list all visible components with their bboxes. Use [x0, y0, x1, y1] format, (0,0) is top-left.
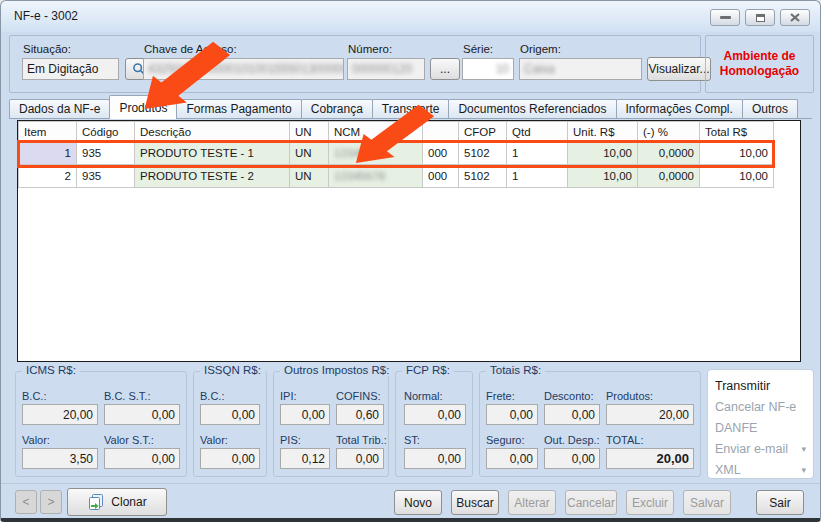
- minimize-icon: [720, 16, 731, 19]
- origem-field: Caixa: [519, 58, 642, 80]
- tab-produtos[interactable]: Produtos: [109, 95, 177, 119]
- cofins-field: 0,60: [336, 404, 384, 425]
- numero-field: 000000120: [347, 58, 425, 80]
- novo-button[interactable]: Novo: [394, 490, 442, 515]
- pis-field: 0,12: [280, 448, 330, 469]
- enviar-email-button: Enviar e-mail ▾: [708, 438, 813, 459]
- nfe-window: NF-e - 3002 Situação: Em Digitação Chave…: [0, 0, 821, 522]
- icms-bc-st-field: 0,00: [104, 404, 180, 425]
- desconto-field: 0,00: [544, 404, 600, 425]
- issqn-bc-field: 0,00: [200, 404, 260, 425]
- xml-button: XML ▾: [708, 459, 813, 480]
- issqn-group: ISSQN R$: B.C.: 0,00 Valor: 0,00: [193, 371, 267, 477]
- icms-group: ICMS R$: B.C.: 20,00 B.C. S.T.: 0,00 Val…: [15, 371, 187, 477]
- tab-dados-da-nfe[interactable]: Dados da NF-e: [9, 99, 110, 118]
- ipi-field: 0,00: [280, 404, 330, 425]
- table-row[interactable]: 1 935 PRODUTO TESTE - 1 UN 12345670 000 …: [19, 142, 774, 165]
- footer-divider: [1, 483, 820, 484]
- clonar-button[interactable]: Clonar: [67, 488, 167, 516]
- col-item[interactable]: Item: [19, 122, 77, 142]
- icms-bc-field: 20,00: [22, 404, 98, 425]
- visualizar-button[interactable]: Visualizar...: [647, 57, 711, 81]
- chevron-down-icon: ▾: [801, 444, 806, 454]
- tab-cobranca[interactable]: Cobrança: [301, 99, 373, 118]
- chave-acesso-field: 43250400000001010015550130000000: [143, 58, 344, 80]
- tab-outros[interactable]: Outros: [742, 99, 798, 118]
- minimize-button[interactable]: [710, 9, 740, 26]
- restore-icon: [756, 14, 765, 22]
- excluir-button: Excluir: [626, 490, 674, 515]
- restore-button[interactable]: [745, 9, 775, 26]
- cancelar-button: Cancelar: [565, 490, 617, 515]
- danfe-button: DANFE: [708, 417, 813, 438]
- tab-formas-pagamento[interactable]: Formas Pagamento: [176, 99, 301, 118]
- produtos-field: 20,00: [606, 404, 694, 425]
- col-descricao[interactable]: Descrição: [135, 122, 290, 142]
- products-grid: Item Código Descrição UN NCM CFOP Qtd Un…: [17, 120, 801, 362]
- col-ex[interactable]: [423, 122, 459, 142]
- col-unit[interactable]: Unit. R$: [568, 122, 638, 142]
- col-ncm[interactable]: NCM: [329, 122, 423, 142]
- totais-group: Totais R$: Frete: 0,00 Desconto: 0,00 Pr…: [479, 371, 701, 477]
- situacao-label: Situação:: [23, 43, 71, 55]
- fcp-st-field: 0,00: [404, 448, 466, 469]
- close-button[interactable]: [780, 9, 810, 26]
- outros-impostos-group: Outros Impostos R$: IPI: 0,00 COFINS: 0,…: [273, 371, 389, 477]
- footer-button-bar: Novo Buscar Alterar Cancelar Excluir Sal…: [394, 490, 804, 515]
- table-row[interactable]: 2 935 PRODUTO TESTE - 2 UN 12345678 000 …: [19, 165, 774, 188]
- chave-acesso-label: Chave de Acesso:: [144, 43, 237, 55]
- issqn-valor-field: 0,00: [200, 448, 260, 469]
- close-icon: [790, 13, 800, 22]
- numero-browse-button[interactable]: ...: [430, 58, 460, 80]
- situacao-field: Em Digitação: [22, 58, 119, 80]
- serie-field[interactable]: 10: [462, 58, 514, 80]
- col-qtd[interactable]: Qtd: [507, 122, 568, 142]
- chevron-down-icon: ▾: [801, 465, 806, 475]
- window-title: NF-e - 3002: [14, 9, 78, 23]
- icms-valor-field: 3,50: [22, 448, 98, 469]
- transmitir-button[interactable]: Transmitir: [708, 375, 813, 396]
- sair-button[interactable]: Sair: [756, 490, 804, 515]
- previous-record-button: <: [15, 490, 37, 514]
- origem-label: Origem:: [520, 43, 561, 55]
- frete-field: 0,00: [486, 404, 538, 425]
- col-desconto-pct[interactable]: (-) %: [638, 122, 700, 142]
- actions-panel: Transmitir Cancelar NF-e DANFE Enviar e-…: [707, 369, 814, 479]
- fcp-normal-field: 0,00: [404, 404, 466, 425]
- out-desp-field: 0,00: [544, 448, 600, 469]
- tab-documentos-referenciados[interactable]: Documentos Referenciados: [448, 99, 616, 118]
- buscar-button[interactable]: Buscar: [451, 490, 499, 515]
- grid-header-row: Item Código Descrição UN NCM CFOP Qtd Un…: [19, 122, 774, 142]
- ambiente-homologacao-badge: Ambiente de Homologação: [705, 35, 814, 93]
- col-cfop[interactable]: CFOP: [459, 122, 507, 142]
- col-total[interactable]: Total R$: [700, 122, 774, 142]
- cancelar-nfe-button: Cancelar NF-e: [708, 396, 813, 417]
- header-panel: Situação: Em Digitação Chave de Acesso: …: [9, 35, 701, 93]
- salvar-button: Salvar: [683, 490, 731, 515]
- total-trib-field: 0,00: [336, 448, 384, 469]
- tab-strip: Dados da NF-e Produtos Formas Pagamento …: [9, 95, 797, 119]
- next-record-button: >: [40, 490, 62, 514]
- numero-label: Número:: [348, 43, 392, 55]
- seguro-field: 0,00: [486, 448, 538, 469]
- ellipsis-icon: ...: [440, 62, 450, 76]
- title-bar: NF-e - 3002: [1, 1, 820, 32]
- tab-informacoes-compl[interactable]: Informações Compl.: [616, 99, 743, 118]
- total-field: 20,00: [606, 448, 694, 469]
- clone-document-icon: [87, 493, 105, 511]
- col-codigo[interactable]: Código: [77, 122, 135, 142]
- col-un[interactable]: UN: [290, 122, 329, 142]
- alterar-button: Alterar: [508, 490, 556, 515]
- serie-label: Série:: [463, 43, 493, 55]
- fcp-group: FCP R$: Normal: 0,00 ST: 0,00: [395, 371, 473, 477]
- tab-transporte[interactable]: Transporte: [372, 99, 450, 118]
- icms-valor-st-field: 0,00: [104, 448, 180, 469]
